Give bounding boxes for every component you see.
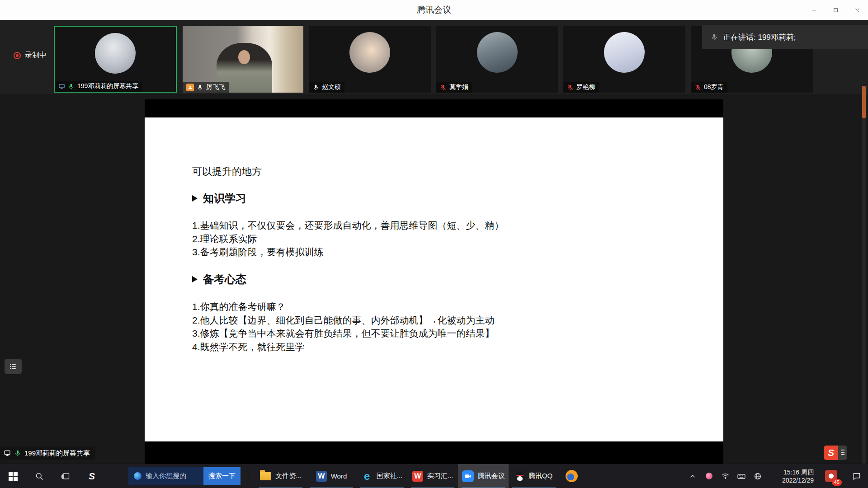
mic-icon	[710, 33, 718, 41]
avatar	[95, 33, 136, 74]
section-heading-text: 备考心态	[203, 272, 246, 286]
tray-notification-app-button[interactable]: 45	[816, 464, 845, 488]
input-method-button[interactable]	[733, 464, 750, 488]
participant-name: 罗艳柳	[576, 83, 595, 91]
tencent-meeting-icon	[462, 470, 474, 482]
participant-tile[interactable]: 厉飞飞	[183, 26, 303, 93]
participant-name: 08罗青	[704, 83, 724, 91]
tencent-meeting-window: 腾讯会议 录制中 199邓莉莉的屏幕共享 厉飞飞	[0, 0, 868, 488]
window-controls	[803, 0, 868, 20]
scrollbar[interactable]	[862, 86, 866, 464]
scrollbar-thumb[interactable]	[862, 86, 866, 118]
active-speaker-banner: 正在讲话: 199邓莉莉;	[702, 25, 868, 49]
action-center-button[interactable]	[845, 464, 868, 488]
arrow-bullet-icon	[192, 195, 198, 202]
list-icon	[9, 362, 18, 371]
sogou-browser-button[interactable]: S	[79, 464, 105, 488]
mic-on-icon	[14, 450, 21, 457]
clock-time: 15:16 周四	[766, 468, 814, 476]
participant-tile-screen-share[interactable]: 199邓莉莉的屏幕共享	[54, 26, 177, 93]
tray-expand-button[interactable]	[684, 464, 701, 488]
sogou-logo: S	[824, 446, 838, 460]
shared-screen-area: 可以提升的地方 知识学习 1.基础知识，不仅仅要会，还要形成自动化，善用思维导图…	[0, 94, 868, 464]
start-button[interactable]	[0, 464, 26, 488]
section-heading: 备考心态	[192, 272, 246, 286]
search-submit-button[interactable]: 搜索一下	[203, 467, 241, 485]
screen-share-icon	[4, 450, 11, 457]
record-icon	[14, 52, 21, 59]
screen-share-banner-text: 199邓莉莉的屏幕共享	[24, 449, 90, 458]
taskbar-search-input[interactable]: 输入你想搜的 搜索一下	[128, 467, 241, 485]
taskbar-app-qq[interactable]: 腾讯QQ	[509, 464, 559, 488]
mic-on-icon	[68, 83, 75, 90]
list-item: 2.理论联系实际	[192, 232, 504, 246]
sogou-input-indicator[interactable]: S	[824, 446, 847, 460]
participants-strip: 录制中 199邓莉莉的屏幕共享 厉飞飞 赵文硕	[0, 20, 868, 94]
recording-label: 录制中	[25, 51, 47, 60]
mic-on-icon	[197, 84, 203, 91]
word-icon: W	[316, 471, 327, 482]
taskbar-app-word[interactable]: W Word	[306, 464, 357, 488]
avatar	[477, 32, 518, 73]
internet-explorer-icon: e	[362, 471, 373, 482]
globe-icon	[754, 472, 762, 480]
keyboard-icon	[737, 472, 746, 481]
avatar	[604, 32, 645, 73]
list-item: 3.备考刷题阶段，要有模拟训练	[192, 245, 504, 259]
language-button[interactable]	[750, 464, 766, 488]
member-list-toggle[interactable]	[5, 359, 22, 374]
section-heading-text: 知识学习	[203, 191, 246, 206]
taskbar-clock[interactable]: 15:16 周四 2022/12/29	[766, 468, 816, 484]
list-item: 2.他人比较【边界、细化到自己能做的事、内外部动机】→化被动为主动	[192, 314, 495, 327]
section-heading: 知识学习	[192, 191, 246, 206]
list-item: 4.既然学不死，就往死里学	[192, 340, 495, 354]
clock-date: 2022/12/29	[766, 476, 814, 484]
participant-label: 赵文硕	[309, 82, 344, 93]
qq-penguin-icon	[515, 471, 524, 482]
shared-document: 可以提升的地方 知识学习 1.基础知识，不仅仅要会，还要形成自动化，善用思维导图…	[145, 99, 723, 464]
mic-muted-icon	[440, 84, 447, 91]
search-placeholder: 输入你想搜的	[146, 472, 203, 480]
taskbar-search-button[interactable]	[26, 464, 52, 488]
taskbar-app-file-explorer[interactable]: 文件资...	[255, 464, 306, 488]
search-icon	[35, 472, 44, 481]
taskbar-app-firefox[interactable]	[559, 464, 584, 488]
participant-name: 199邓莉莉的屏幕共享	[77, 82, 138, 90]
network-button[interactable]	[717, 464, 733, 488]
close-button[interactable]	[846, 0, 868, 20]
windows-logo-icon	[9, 472, 18, 481]
list-item: 1.你真的准备考研嘛？	[192, 300, 495, 314]
task-view-icon	[61, 472, 70, 481]
sogou-menu-icon[interactable]	[838, 446, 847, 460]
participant-tile[interactable]: 莫学娟	[436, 26, 558, 93]
notification-count-badge: 45	[832, 479, 842, 486]
window-title: 腾讯会议	[417, 4, 451, 16]
section-list: 1.你真的准备考研嘛？ 2.他人比较【边界、细化到自己能做的事、内外部动机】→化…	[192, 300, 495, 353]
minimize-button[interactable]	[803, 0, 825, 20]
participant-label: 08罗青	[691, 82, 727, 93]
section-list: 1.基础知识，不仅仅要会，还要形成自动化，善用思维导图（短、少、精） 2.理论联…	[192, 219, 504, 259]
maximize-button[interactable]	[825, 0, 846, 20]
task-view-button[interactable]	[52, 464, 79, 488]
mic-on-icon	[312, 84, 319, 91]
windows-taskbar: S 输入你想搜的 搜索一下 文件资... W Word e 国家社... W 实…	[0, 464, 868, 488]
taskbar-app-internet-explorer[interactable]: e 国家社...	[357, 464, 407, 488]
participant-label: 199邓莉莉的屏幕共享	[55, 81, 142, 92]
document-page: 可以提升的地方 知识学习 1.基础知识，不仅仅要会，还要形成自动化，善用思维导图…	[145, 117, 723, 441]
participant-name: 莫学娟	[449, 83, 468, 91]
tray-app-button[interactable]	[701, 464, 717, 488]
participant-label: 厉飞飞	[183, 82, 229, 93]
chevron-up-icon	[689, 472, 697, 480]
participant-name: 厉飞飞	[206, 83, 225, 91]
sogou-s-icon: S	[89, 471, 95, 482]
taskbar-app-tencent-meeting[interactable]: 腾讯会议	[458, 464, 509, 488]
folder-icon	[260, 472, 271, 480]
mic-muted-icon	[567, 84, 574, 91]
participant-tile[interactable]: 罗艳柳	[563, 26, 685, 93]
taskbar-app-wps[interactable]: W 实习汇...	[407, 464, 458, 488]
participant-tile[interactable]: 赵文硕	[309, 26, 431, 93]
participant-label: 罗艳柳	[563, 82, 599, 93]
screen-share-banner: 199邓莉莉的屏幕共享	[0, 446, 95, 460]
list-item: 3.修炼【竞争当中本来就会有胜负结果，但不要让胜负成为唯一的结果】	[192, 327, 495, 340]
firefox-icon	[566, 470, 578, 482]
